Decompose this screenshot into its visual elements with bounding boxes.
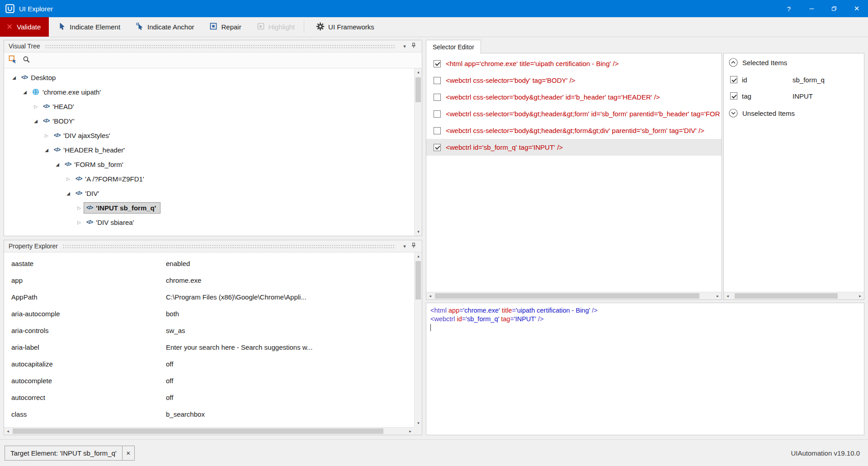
property-explorer-header: Property Explorer ▾ (4, 240, 422, 252)
property-row[interactable]: autocorrect off (4, 389, 414, 406)
tree-expander-icon[interactable]: ◢ (42, 147, 51, 152)
property-row[interactable]: aria-label Enter your search here - Sear… (4, 339, 414, 356)
tree-expander-icon[interactable]: ◢ (9, 75, 19, 80)
scroll-down-icon[interactable] (415, 228, 422, 236)
tab-selector-editor[interactable]: Selector Editor (426, 40, 481, 54)
tree-item[interactable]: ▷ </> 'INPUT sb_form_q' (4, 200, 414, 215)
scrollbar-thumb[interactable] (415, 261, 421, 300)
clear-target-button[interactable]: ✕ (122, 446, 134, 460)
property-row[interactable]: app chrome.exe (4, 272, 414, 289)
property-row[interactable]: aria-autocomple both (4, 305, 414, 322)
selector-node-row[interactable]: <html app='chrome.exe' title='uipath cer… (426, 55, 722, 72)
tree-expander-icon[interactable]: ▷ (75, 205, 84, 210)
tree-item[interactable]: ▷ </> 'DIV sbiarea' (4, 215, 414, 229)
tree-node[interactable]: </> 'HEADER b_header' (51, 144, 129, 156)
tree-item[interactable]: ◢ </> 'FORM sb_form' (4, 157, 414, 171)
indicate-in-tree-button[interactable] (9, 55, 17, 65)
selector-source-editor[interactable]: <html app='chrome.exe' title='uipath cer… (426, 303, 864, 435)
scroll-up-icon[interactable] (415, 68, 422, 76)
tree-expander-icon[interactable]: ▷ (75, 220, 84, 225)
tree-item[interactable]: ▷ </> 'HEAD' (4, 99, 414, 114)
tree-item[interactable]: ◢ </> 'DIV' (4, 186, 414, 200)
tree-expander-icon[interactable]: ▷ (31, 104, 40, 109)
selector-node-row[interactable]: <webctrl css-selector='body&gt;header' i… (426, 89, 722, 105)
expand-unselected-button[interactable] (728, 108, 738, 118)
scroll-left-icon[interactable] (724, 292, 731, 300)
selector-node-checkbox[interactable] (434, 144, 441, 151)
property-row[interactable]: AppPath C:\Program Files (x86)\Google\Ch… (4, 289, 414, 305)
scroll-left-icon[interactable] (4, 428, 12, 435)
attributes-horizontal-scrollbar[interactable] (724, 292, 864, 300)
property-row[interactable]: class b_searchbox (4, 406, 414, 423)
panel-menu-button[interactable]: ▾ (400, 42, 409, 51)
help-button[interactable]: ? (778, 0, 800, 17)
tree-node[interactable]: </> 'FORM sb_form' (62, 159, 128, 170)
property-row[interactable]: autocapitalize off (4, 356, 414, 372)
tree-item[interactable]: ◢ </> 'chrome.exe uipath' (4, 85, 414, 99)
selector-node-checkbox[interactable] (434, 94, 441, 101)
tree-item[interactable]: ▷ </> 'A /?FORM=Z9FD1' (4, 171, 414, 186)
indicate-anchor-button[interactable]: Indicate Anchor (129, 17, 200, 37)
scrollbar-thumb[interactable] (735, 293, 838, 299)
pin-button[interactable] (409, 242, 418, 251)
property-horizontal-scrollbar[interactable] (4, 427, 414, 435)
scroll-right-icon[interactable] (714, 292, 722, 300)
tree-node[interactable]: </> 'DIV ajaxStyles' (51, 130, 115, 141)
selector-node-row[interactable]: <webctrl css-selector='body&gt;header&gt… (426, 122, 722, 139)
tree-node[interactable]: </> 'HEAD' (40, 101, 79, 112)
tree-item[interactable]: ◢ </> 'HEADER b_header' (4, 143, 414, 157)
selector-node-row[interactable]: <webctrl css-selector='body&gt;header&gt… (426, 105, 722, 122)
tree-item[interactable]: ◢ </> 'BODY' (4, 114, 414, 128)
tree-expander-icon[interactable]: ◢ (20, 90, 29, 95)
selector-node-row[interactable]: <webctrl css-selector='body' tag='BODY' … (426, 72, 722, 89)
collapse-selected-button[interactable] (728, 57, 738, 67)
property-row[interactable]: autocomplete off (4, 372, 414, 389)
minimize-button[interactable] (800, 0, 823, 17)
selector-node-checkbox[interactable] (434, 77, 441, 84)
tree-expander-icon[interactable]: ◢ (64, 191, 73, 196)
tree-expander-icon[interactable]: ▷ (64, 176, 73, 181)
tree-expander-icon[interactable]: ▷ (42, 133, 51, 138)
scroll-up-icon[interactable] (415, 252, 422, 260)
tree-node[interactable]: </> 'INPUT sb_form_q' (84, 202, 160, 214)
tree-node[interactable]: </> 'DIV sbiarea' (84, 217, 138, 228)
tree-expander-icon[interactable]: ◢ (31, 119, 40, 124)
attribute-checkbox[interactable] (730, 76, 737, 83)
scrollbar-thumb[interactable] (435, 293, 699, 299)
property-row[interactable]: aastate enabled (4, 255, 414, 272)
scroll-down-icon[interactable] (415, 419, 422, 427)
attribute-row[interactable]: id sb_form_q (724, 71, 864, 88)
tree-expander-icon[interactable]: ◢ (53, 162, 62, 167)
selector-node-checkbox[interactable] (434, 110, 441, 118)
scrollbar-thumb[interactable] (13, 428, 383, 434)
close-button[interactable]: ✕ (845, 0, 868, 17)
attribute-checkbox[interactable] (730, 92, 737, 100)
attribute-row[interactable]: tag INPUT (724, 88, 864, 104)
scroll-right-icon[interactable] (856, 292, 864, 300)
selector-node-checkbox[interactable] (434, 60, 441, 67)
tree-node[interactable]: </> 'DIV' (73, 188, 104, 199)
panel-menu-button[interactable]: ▾ (400, 242, 409, 251)
ui-frameworks-button[interactable]: UI Frameworks (310, 17, 381, 37)
tree-node[interactable]: </> 'BODY' (40, 115, 79, 127)
tree-item[interactable]: ▷ </> 'DIV ajaxStyles' (4, 128, 414, 143)
scrollbar-thumb[interactable] (415, 77, 421, 102)
selector-node-row[interactable]: <webctrl id='sb_form_q' tag='INPUT' /> (426, 139, 722, 156)
tree-item[interactable]: ◢ </> Desktop (4, 70, 414, 85)
repair-button[interactable]: Repair (203, 17, 247, 37)
selector-horizontal-scrollbar[interactable] (426, 292, 722, 300)
property-row[interactable]: aria-controls sw_as (4, 322, 414, 339)
selector-node-checkbox[interactable] (434, 127, 441, 134)
tree-node[interactable]: </> Desktop (19, 72, 60, 83)
validate-button[interactable]: ✕ Validate (0, 17, 49, 37)
search-button[interactable] (23, 56, 30, 65)
visual-tree-vertical-scrollbar[interactable] (414, 68, 422, 236)
restore-button[interactable] (823, 0, 845, 17)
tree-node[interactable]: </> 'chrome.exe uipath' (29, 86, 105, 98)
tree-node[interactable]: </> 'A /?FORM=Z9FD1' (73, 173, 149, 185)
property-vertical-scrollbar[interactable] (414, 252, 422, 427)
scroll-left-icon[interactable] (426, 292, 434, 300)
pin-button[interactable] (409, 42, 418, 51)
scroll-right-icon[interactable] (406, 428, 414, 435)
indicate-element-button[interactable]: Indicate Element (52, 17, 127, 37)
